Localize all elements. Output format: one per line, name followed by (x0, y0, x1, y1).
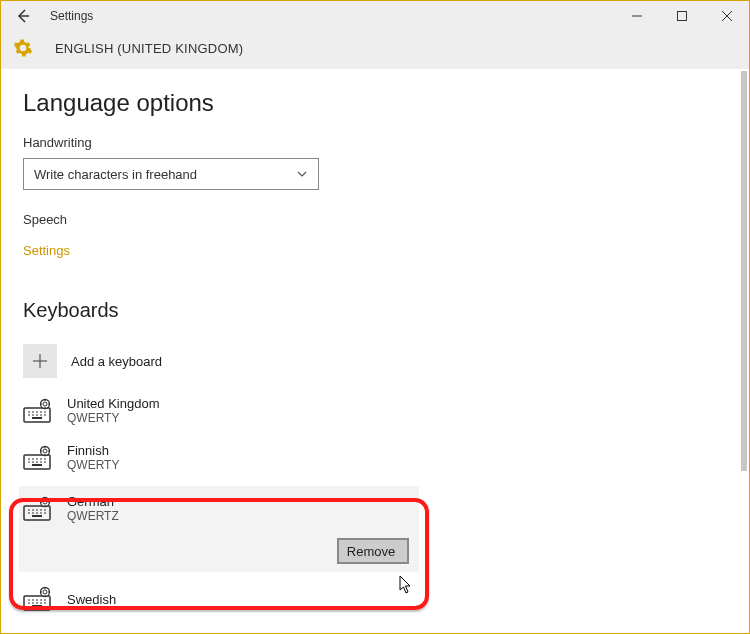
handwriting-dropdown[interactable]: Write characters in freehand (23, 158, 319, 190)
minimize-icon (632, 11, 642, 21)
window-title: Settings (50, 9, 614, 23)
page-title: Language options (23, 89, 727, 117)
plus-icon (32, 353, 48, 369)
add-keyboard-label: Add a keyboard (71, 354, 162, 369)
maximize-button[interactable] (659, 1, 704, 31)
keyboard-icon (23, 398, 53, 424)
remove-label: Remove (347, 544, 395, 559)
keyboard-name: United Kingdom (67, 396, 160, 411)
keyboard-name: Finnish (67, 443, 119, 458)
handwriting-value: Write characters in freehand (34, 167, 197, 182)
keyboard-name: Swedish (67, 592, 116, 607)
keyboard-item-finnish[interactable]: Finnish QWERTY (23, 439, 727, 476)
speech-settings-link[interactable]: Settings (23, 243, 70, 258)
window-controls (614, 1, 749, 31)
keyboard-item-german[interactable]: German QWERTZ Remove (19, 486, 419, 572)
back-button[interactable] (11, 4, 35, 28)
add-keyboard-row[interactable]: Add a keyboard (23, 340, 727, 382)
keyboard-layout: QWERTZ (67, 509, 119, 523)
minimize-button[interactable] (614, 1, 659, 31)
keyboard-item-swedish[interactable]: Swedish (23, 582, 727, 616)
keyboard-item-uk[interactable]: United Kingdom QWERTY (23, 392, 727, 429)
maximize-icon (677, 11, 687, 21)
keyboard-layout: QWERTY (67, 411, 160, 425)
remove-button[interactable]: Remove (337, 538, 409, 564)
back-arrow-icon (15, 8, 31, 24)
titlebar: Settings (1, 1, 749, 31)
keyboards-heading: Keyboards (23, 299, 727, 322)
gear-icon (13, 38, 33, 58)
close-button[interactable] (704, 1, 749, 31)
keyboard-layout: QWERTY (67, 458, 119, 472)
speech-section: Speech Settings (23, 212, 727, 259)
content-area: Language options Handwriting Write chara… (1, 69, 749, 633)
svg-rect-2 (677, 12, 686, 21)
keyboard-name: German (67, 494, 119, 509)
keyboard-icon (23, 586, 53, 612)
keyboard-icon (23, 496, 53, 522)
speech-label: Speech (23, 212, 727, 227)
add-icon-box (23, 344, 57, 378)
keyboard-icon (23, 445, 53, 471)
page-header: ENGLISH (UNITED KINGDOM) (1, 31, 749, 69)
settings-icon-wrap (11, 36, 35, 60)
handwriting-label: Handwriting (23, 135, 727, 150)
header-title: ENGLISH (UNITED KINGDOM) (55, 41, 243, 56)
chevron-down-icon (296, 168, 308, 180)
close-icon (722, 11, 732, 21)
scrollbar[interactable] (741, 71, 747, 471)
